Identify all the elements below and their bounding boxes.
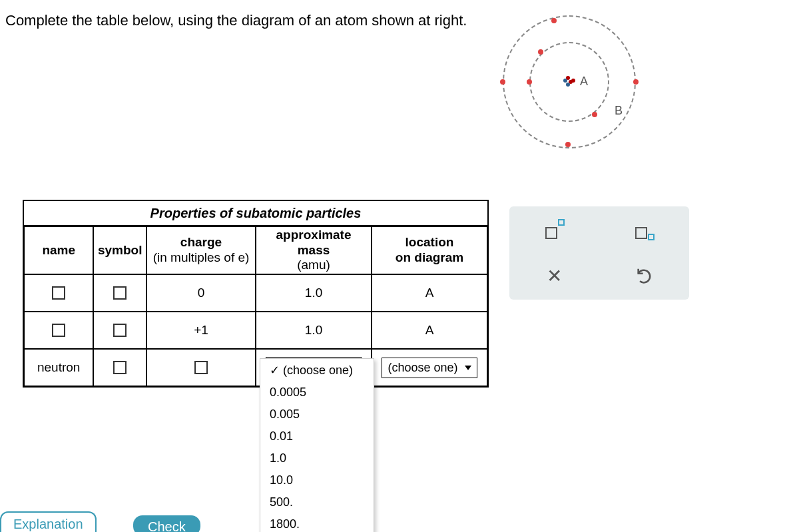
mass-value: 1.0: [256, 312, 372, 349]
dropdown-option[interactable]: 0.0005: [260, 382, 374, 403]
col-header-name: name: [24, 226, 93, 274]
dropdown-option-selected[interactable]: (choose one): [260, 359, 374, 382]
dropdown-option[interactable]: 500.: [260, 491, 374, 513]
electron: [500, 79, 505, 85]
diagram-label-b: B: [615, 104, 623, 118]
name-input[interactable]: [52, 324, 65, 337]
name-value: neutron: [24, 349, 93, 386]
question-prompt: Complete the table below, using the diag…: [5, 12, 467, 29]
symbol-input[interactable]: [113, 324, 127, 337]
explanation-tab[interactable]: Explanation: [0, 511, 97, 532]
col-header-charge: charge (in multiples of e): [146, 226, 256, 274]
charge-value: 0: [146, 274, 256, 312]
clear-button[interactable]: ✕: [538, 260, 571, 293]
name-input[interactable]: [52, 286, 65, 300]
col-header-location: location on diagram: [372, 226, 487, 274]
table-row: 0 1.0 A: [24, 274, 487, 312]
table-row: neutron ✓ (choose one) (choose one): [24, 349, 487, 386]
table-header-row: name symbol charge (in multiples of e) a…: [24, 226, 487, 274]
col-header-mass: approximate mass (amu): [256, 226, 372, 274]
mass-value: 1.0: [256, 274, 372, 312]
table-row: +1 1.0 A: [24, 312, 487, 349]
subscript-icon: [635, 220, 654, 239]
undo-icon: [635, 266, 654, 288]
electron: [565, 142, 571, 147]
superscript-button[interactable]: [538, 213, 571, 246]
dropdown-option[interactable]: 0.005: [260, 403, 374, 425]
subscript-button[interactable]: [628, 213, 661, 246]
check-button[interactable]: Check: [133, 515, 200, 532]
close-icon: ✕: [547, 267, 562, 286]
electron: [527, 79, 532, 85]
symbol-input[interactable]: [113, 286, 127, 300]
particles-table: Properties of subatomic particles name s…: [23, 200, 489, 388]
location-value: A: [372, 312, 487, 349]
atom-diagram: A B: [493, 5, 646, 158]
charge-input[interactable]: [194, 361, 208, 374]
electron: [633, 79, 639, 85]
location-value: A: [372, 274, 487, 312]
undo-button[interactable]: [628, 260, 661, 293]
tool-panel: ✕: [509, 206, 689, 300]
diagram-label-a: A: [580, 75, 588, 89]
location-select[interactable]: (choose one): [382, 358, 477, 378]
nucleus: [563, 76, 575, 88]
symbol-input[interactable]: [113, 361, 127, 374]
table-title: Properties of subatomic particles: [24, 201, 487, 226]
electron: [592, 112, 597, 117]
col-header-symbol: symbol: [93, 226, 146, 274]
dropdown-option[interactable]: 1800.: [260, 513, 374, 532]
dropdown-option[interactable]: 0.01: [260, 425, 374, 447]
electron: [538, 49, 543, 55]
superscript-icon: [545, 220, 564, 239]
dropdown-option[interactable]: 10.0: [260, 469, 374, 491]
electron: [551, 18, 557, 23]
dropdown-option[interactable]: 1.0: [260, 447, 374, 469]
charge-value: +1: [146, 312, 256, 349]
mass-dropdown: (choose one) 0.0005 0.005 0.01 1.0 10.0 …: [260, 358, 374, 532]
